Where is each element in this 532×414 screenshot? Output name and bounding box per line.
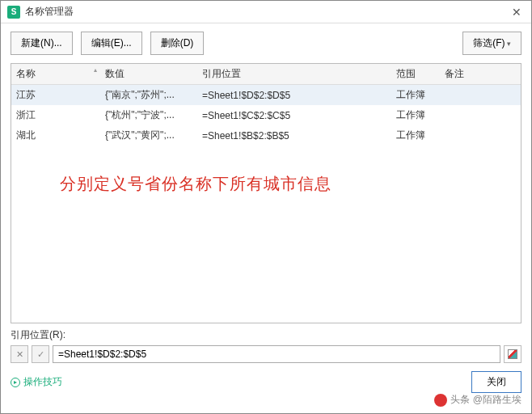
cell-scope: 工作簿 bbox=[391, 125, 440, 146]
cell-note bbox=[440, 105, 521, 125]
new-button[interactable]: 新建(N)... bbox=[11, 32, 73, 55]
col-note[interactable]: 备注 bbox=[440, 64, 521, 85]
delete-button[interactable]: 删除(D) bbox=[150, 32, 205, 55]
cell-value: {"南京";"苏州";... bbox=[100, 85, 197, 106]
sort-icon: ▴ bbox=[94, 66, 97, 74]
col-value[interactable]: 数值 bbox=[100, 64, 197, 85]
annotation-text: 分别定义号省份名称下所有城市信息 bbox=[60, 173, 331, 195]
col-name[interactable]: 名称▴ bbox=[11, 64, 100, 85]
edit-button[interactable]: 编辑(E)... bbox=[81, 32, 142, 55]
cell-name: 湖北 bbox=[11, 125, 100, 146]
reference-section: 引用位置(R): ✕ ✓ bbox=[1, 323, 531, 363]
cancel-ref-button[interactable]: ✕ bbox=[11, 345, 28, 363]
cell-name: 江苏 bbox=[11, 85, 100, 106]
cell-note bbox=[440, 125, 521, 146]
col-ref[interactable]: 引用位置 bbox=[197, 64, 391, 85]
reference-label: 引用位置(R): bbox=[11, 328, 521, 342]
close-icon[interactable]: ✕ bbox=[509, 6, 525, 19]
cell-scope: 工作簿 bbox=[391, 85, 440, 106]
range-picker-icon bbox=[508, 349, 517, 359]
cell-value: {"武汉";"黄冈";... bbox=[100, 125, 197, 146]
watermark: 头条 @陌路生埃 bbox=[434, 393, 521, 407]
titlebar: S 名称管理器 ✕ bbox=[1, 1, 531, 23]
cell-value: {"杭州";"宁波";... bbox=[100, 105, 197, 125]
cell-ref: =Sheet1!$D$2:$D$5 bbox=[197, 85, 391, 106]
names-grid: 名称▴ 数值 引用位置 范围 备注 江苏 {"南京";"苏州";... =She… bbox=[11, 63, 521, 323]
tips-link[interactable]: ▸ 操作技巧 bbox=[11, 375, 62, 389]
app-logo-icon: S bbox=[7, 6, 20, 19]
cell-name: 浙江 bbox=[11, 105, 100, 125]
cell-scope: 工作簿 bbox=[391, 105, 440, 125]
cell-ref: =Sheet1!$B$2:$B$5 bbox=[197, 125, 391, 146]
cell-ref: =Sheet1!$C$2:$C$5 bbox=[197, 105, 391, 125]
table-row[interactable]: 浙江 {"杭州";"宁波";... =Sheet1!$C$2:$C$5 工作簿 bbox=[11, 105, 521, 125]
table-row[interactable]: 江苏 {"南京";"苏州";... =Sheet1!$D$2:$D$5 工作簿 bbox=[11, 85, 521, 106]
play-icon: ▸ bbox=[11, 378, 20, 387]
col-scope[interactable]: 范围 bbox=[391, 64, 440, 85]
filter-button[interactable]: 筛选(F) bbox=[462, 32, 521, 55]
table-row[interactable]: 湖北 {"武汉";"黄冈";... =Sheet1!$B$2:$B$5 工作簿 bbox=[11, 125, 521, 146]
tips-label: 操作技巧 bbox=[23, 375, 62, 389]
watermark-icon bbox=[434, 394, 447, 407]
grid-header: 名称▴ 数值 引用位置 范围 备注 bbox=[11, 64, 521, 85]
reference-input[interactable] bbox=[53, 345, 500, 363]
watermark-text: 头条 @陌路生埃 bbox=[450, 393, 521, 407]
toolbar: 新建(N)... 编辑(E)... 删除(D) 筛选(F) bbox=[1, 23, 531, 63]
confirm-ref-button[interactable]: ✓ bbox=[32, 345, 49, 363]
range-picker-button[interactable] bbox=[504, 345, 521, 363]
close-button[interactable]: 关闭 bbox=[471, 371, 521, 393]
window-title: 名称管理器 bbox=[25, 5, 509, 19]
cell-note bbox=[440, 85, 521, 106]
